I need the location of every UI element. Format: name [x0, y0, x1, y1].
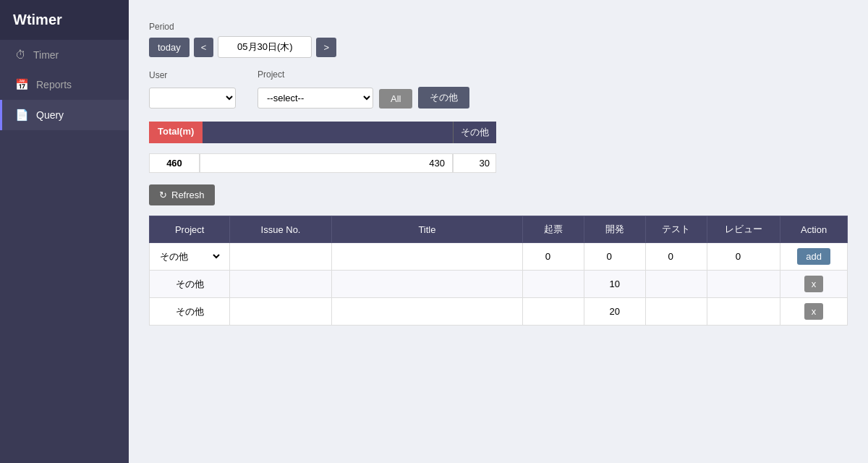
- project-filter-inner: --select-- All その他: [258, 87, 469, 109]
- period-label: Period: [149, 22, 848, 32]
- sidebar: Wtimer ⏱ Timer 📅 Reports 📄 Query: [0, 0, 129, 463]
- main-content: Period today < 05月30日(木) > User Project …: [129, 0, 868, 463]
- next-button[interactable]: >: [316, 38, 336, 57]
- table-row: その他 20 x: [150, 298, 848, 326]
- user-select[interactable]: [149, 88, 236, 109]
- kaihatsu-cell-1: [584, 243, 645, 271]
- sonota-value: 30: [453, 153, 496, 173]
- app-logo: Wtimer: [0, 0, 129, 40]
- col-issue: Issue No.: [230, 216, 331, 243]
- col-title: Title: [331, 216, 522, 243]
- delete-button-2[interactable]: x: [804, 276, 824, 292]
- delete-button-3[interactable]: x: [804, 303, 824, 320]
- sidebar-item-label-timer: Timer: [33, 49, 59, 61]
- period-row: today < 05月30日(木) >: [149, 36, 848, 58]
- kihyo-cell-3: [523, 298, 584, 326]
- timer-icon: ⏱: [15, 48, 26, 61]
- all-button[interactable]: All: [379, 89, 412, 109]
- title-cell-3: [331, 298, 522, 326]
- prev-button[interactable]: <: [194, 38, 214, 57]
- add-button-1[interactable]: add: [797, 248, 830, 265]
- test-cell-2: [645, 271, 707, 298]
- project-cell-3: その他: [150, 298, 230, 326]
- review-input-1[interactable]: [729, 251, 758, 262]
- test-cell-3: [645, 298, 707, 326]
- kihyo-input-1[interactable]: [539, 251, 568, 262]
- bar-value: 430: [200, 153, 453, 173]
- kaihatsu-cell-2: 10: [584, 271, 645, 298]
- refresh-icon: ↻: [159, 190, 167, 200]
- col-review: レビュー: [707, 216, 780, 243]
- review-cell-2: [707, 271, 780, 298]
- kaihatsu-cell-3: 20: [584, 298, 645, 326]
- table-header: Project Issue No. Title 起票 開発 テスト レビュー A…: [150, 216, 848, 243]
- kihyo-cell-1: [523, 243, 584, 271]
- sidebar-item-query[interactable]: 📄 Query: [0, 100, 129, 130]
- title-cell-2: [331, 271, 522, 298]
- review-cell-3: [707, 298, 780, 326]
- sidebar-item-label-query: Query: [36, 109, 64, 121]
- col-kihyo: 起票: [523, 216, 584, 243]
- query-icon: 📄: [15, 109, 29, 122]
- sidebar-item-label-reports: Reports: [36, 79, 72, 90]
- action-cell-1: add: [780, 243, 848, 271]
- title-input-1[interactable]: [339, 251, 515, 262]
- bar-cell: [203, 122, 453, 143]
- project-cell-1: その他: [150, 243, 230, 271]
- project-row-select-1[interactable]: その他: [157, 250, 222, 263]
- col-action: Action: [780, 216, 848, 243]
- user-label: User: [149, 70, 236, 80]
- today-button[interactable]: today: [149, 38, 190, 57]
- col-test: テスト: [645, 216, 707, 243]
- issue-input-1[interactable]: [252, 251, 310, 262]
- title-cell-1: [331, 243, 522, 271]
- action-cell-3: x: [780, 298, 848, 326]
- sidebar-item-timer[interactable]: ⏱ Timer: [0, 40, 129, 69]
- project-cell-2: その他: [150, 271, 230, 298]
- total-bar-values: 460 430 30: [149, 153, 496, 173]
- sonota-filter-button[interactable]: その他: [418, 87, 469, 109]
- total-bar-header: Total(m) その他: [149, 122, 496, 143]
- refresh-label: Refresh: [171, 190, 205, 200]
- action-cell-2: x: [780, 271, 848, 298]
- total-value: 460: [149, 153, 200, 173]
- table-body: その他: [150, 243, 848, 326]
- test-cell-1: [645, 243, 707, 271]
- refresh-button[interactable]: ↻ Refresh: [149, 184, 215, 205]
- project-select[interactable]: --select--: [258, 88, 373, 109]
- reports-icon: 📅: [15, 78, 29, 91]
- filter-row: User Project --select-- All その他: [149, 69, 848, 109]
- issue-cell-1: [230, 243, 331, 271]
- col-kaihatsu: 開発: [584, 216, 645, 243]
- issue-cell-2: [230, 271, 331, 298]
- date-display: 05月30日(木): [218, 36, 312, 58]
- user-filter-group: User: [149, 70, 236, 109]
- project-filter-group: Project --select-- All その他: [258, 69, 469, 109]
- col-project: Project: [150, 216, 230, 243]
- data-table: Project Issue No. Title 起票 開発 テスト レビュー A…: [149, 216, 848, 326]
- review-cell-1: [707, 243, 780, 271]
- issue-cell-3: [230, 298, 331, 326]
- sidebar-item-reports[interactable]: 📅 Reports: [0, 69, 129, 100]
- kihyo-cell-2: [523, 271, 584, 298]
- total-header-cell: Total(m): [149, 122, 203, 143]
- table-row: その他: [150, 243, 848, 271]
- test-input-1[interactable]: [662, 251, 691, 262]
- kaihatsu-input-1[interactable]: [600, 251, 629, 262]
- project-label: Project: [258, 69, 469, 80]
- sonota-header-cell: その他: [453, 122, 496, 143]
- table-row: その他 10 x: [150, 271, 848, 298]
